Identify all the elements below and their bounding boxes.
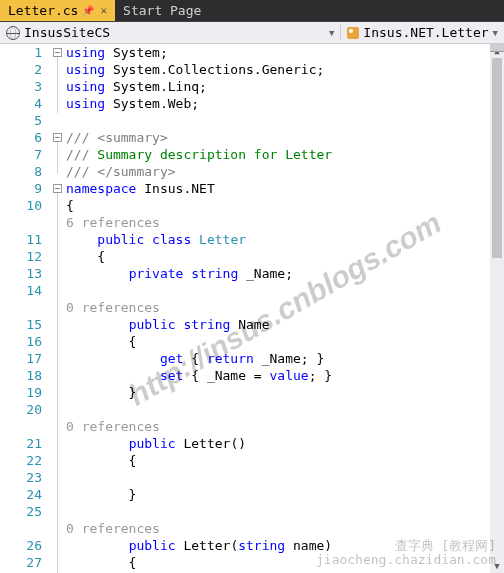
codelens[interactable]: 0 references: [66, 299, 504, 316]
class-icon: [347, 27, 359, 39]
tab-bar: Letter.cs 📌 ✕ Start Page: [0, 0, 504, 22]
navigation-bar: InsusSiteCS ▼ Insus.NET.Letter ▼: [0, 22, 504, 44]
split-handle[interactable]: [490, 44, 504, 52]
codelens[interactable]: 0 references: [66, 418, 504, 435]
class-name: Insus.NET.Letter: [363, 25, 488, 40]
chevron-down-icon: ▼: [493, 28, 498, 38]
line-number-gutter: 1 2 3 4 5 6 7 8 9 10 11 12 13 14 15 16 1…: [0, 44, 52, 573]
tab-label: Start Page: [123, 3, 201, 18]
code-area[interactable]: using System; using System.Collections.G…: [66, 44, 504, 573]
class-dropdown[interactable]: Insus.NET.Letter ▼: [340, 25, 504, 40]
fold-toggle[interactable]: [53, 133, 62, 142]
pin-icon[interactable]: 📌: [82, 5, 94, 16]
codelens[interactable]: 0 references: [66, 520, 504, 537]
project-name: InsusSiteCS: [24, 25, 110, 40]
tab-label: Letter.cs: [8, 3, 78, 18]
code-editor[interactable]: 1 2 3 4 5 6 7 8 9 10 11 12 13 14 15 16 1…: [0, 44, 504, 573]
fold-toggle[interactable]: [53, 48, 62, 57]
fold-gutter: [52, 44, 66, 573]
fold-toggle[interactable]: [53, 184, 62, 193]
close-icon[interactable]: ✕: [100, 4, 107, 17]
codelens[interactable]: 6 references: [66, 214, 504, 231]
globe-icon: [6, 26, 20, 40]
chevron-down-icon: ▼: [329, 28, 334, 38]
vertical-scrollbar[interactable]: ▲ ▼: [490, 44, 504, 573]
scroll-down-icon[interactable]: ▼: [490, 559, 504, 573]
tab-start-page[interactable]: Start Page: [115, 0, 209, 21]
scrollbar-thumb[interactable]: [492, 58, 502, 258]
project-dropdown[interactable]: InsusSiteCS ▼: [0, 25, 340, 40]
tab-letter-cs[interactable]: Letter.cs 📌 ✕: [0, 0, 115, 21]
